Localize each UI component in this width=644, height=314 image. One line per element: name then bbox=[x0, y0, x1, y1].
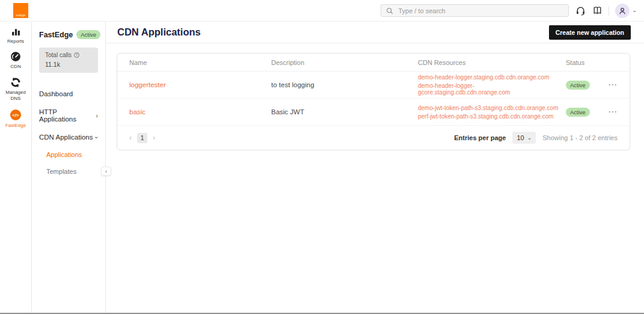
topbar: orange ⌄ bbox=[0, 0, 644, 22]
page-title: CDN Applications bbox=[117, 26, 201, 38]
chevron-down-icon: ⌄ bbox=[527, 135, 532, 141]
page-navigation: ‹ 1 › bbox=[129, 133, 155, 143]
column-header-name: Name bbox=[129, 59, 271, 66]
sidebar-title: FastEdge bbox=[39, 31, 73, 39]
menu-item-label: HTTP Applications bbox=[39, 108, 96, 123]
entries-per-page-value: 10 bbox=[517, 134, 524, 141]
support-headset-icon[interactable] bbox=[575, 5, 586, 16]
sidebar-header: FastEdge Active bbox=[39, 30, 98, 39]
next-page-icon[interactable]: › bbox=[153, 134, 155, 142]
status-badge: Active bbox=[566, 81, 590, 90]
app-window: orange ⌄ bbox=[0, 0, 644, 314]
application-name-link[interactable]: basic bbox=[129, 108, 271, 115]
search-box[interactable] bbox=[381, 4, 569, 17]
cdn-resource-link[interactable]: demo-jwt-token-path-s3.staging.cdb.cdn.o… bbox=[418, 105, 566, 111]
table-row: basic Basic JWT demo-jwt-token-path-s3.s… bbox=[117, 99, 630, 126]
code-circle-icon: </> bbox=[10, 109, 22, 121]
sidebar-item-label: Reports bbox=[7, 38, 24, 45]
chevron-down-icon: › bbox=[94, 137, 100, 139]
application-name-link[interactable]: loggertester bbox=[129, 81, 271, 88]
menu-item-label: CDN Applications bbox=[39, 134, 93, 141]
orange-logo-text: orange bbox=[16, 14, 26, 17]
cdn-resource-link[interactable]: demo-header-logger.staging.cdb.cdn.orang… bbox=[418, 74, 566, 81]
column-header-description: Description bbox=[271, 59, 418, 66]
svg-text:</>: </> bbox=[13, 112, 19, 117]
total-calls-value: 11.1k bbox=[45, 61, 92, 68]
total-calls-card: Total calls ? 11.1k bbox=[39, 48, 98, 73]
cdn-resource-link[interactable]: demo-header-logger-gcore.staging.cdb.cdn… bbox=[418, 82, 566, 96]
applications-table-card: Name Description CDN Resources Status lo… bbox=[117, 53, 630, 150]
sidebar-subitem-templates[interactable]: Templates bbox=[39, 163, 98, 180]
pagination-bar: ‹ 1 › Entries per page 10 ⌄ Showing 1 - … bbox=[117, 126, 630, 150]
sidebar-item-fastedge[interactable]: </> FastEdge bbox=[0, 109, 31, 129]
documentation-book-icon[interactable] bbox=[592, 5, 603, 16]
table-header-row: Name Description CDN Resources Status bbox=[117, 54, 630, 72]
create-new-application-button[interactable]: Create new application bbox=[549, 25, 631, 40]
bar-chart-icon bbox=[11, 26, 21, 37]
pagination-controls: Entries per page 10 ⌄ Showing 1 - 2 of 2… bbox=[454, 132, 618, 144]
cdn-resource-link[interactable]: perf-jwt-token-path-s3.staging.cdb.cdn.o… bbox=[418, 113, 566, 120]
showing-entries-text: Showing 1 - 2 of 2 entries bbox=[542, 134, 618, 141]
row-actions-menu-icon[interactable]: ··· bbox=[609, 81, 618, 88]
sidebar-subitem-applications[interactable]: Applications bbox=[39, 146, 98, 163]
entries-per-page-select[interactable]: 10 ⌄ bbox=[512, 132, 536, 144]
submenu-item-label: Templates bbox=[46, 168, 76, 175]
gauge-icon bbox=[10, 51, 21, 62]
sidebar-item-managed-dns[interactable]: Managed DNS bbox=[0, 77, 31, 102]
help-question-icon[interactable]: ? bbox=[74, 52, 79, 58]
cdn-resources-cell: demo-header-logger.staging.cdb.cdn.orang… bbox=[418, 74, 566, 96]
page-number-button[interactable]: 1 bbox=[137, 133, 147, 143]
topbar-divider bbox=[609, 6, 609, 16]
avatar bbox=[615, 4, 630, 18]
column-header-status: Status bbox=[566, 59, 604, 66]
fastedge-status-badge: Active bbox=[76, 30, 100, 39]
application-description: Basic JWT bbox=[271, 108, 418, 115]
sidebar-item-label: FastEdge bbox=[5, 123, 26, 129]
icon-rail: Reports CDN Managed DNS </> FastEdge bbox=[0, 22, 32, 313]
fastedge-sidebar: FastEdge Active Total calls ? 11.1k Dash… bbox=[32, 22, 106, 313]
menu-item-label: Dashboard bbox=[39, 90, 73, 97]
row-actions-menu-icon[interactable]: ··· bbox=[609, 108, 618, 115]
chevron-right-icon: › bbox=[96, 112, 98, 119]
chevron-left-icon: ‹ bbox=[105, 168, 107, 174]
sidebar-item-label: CDN bbox=[10, 64, 20, 70]
entries-per-page-label: Entries per page bbox=[454, 134, 506, 141]
previous-page-icon[interactable]: ‹ bbox=[129, 134, 132, 142]
sync-arrows-icon bbox=[10, 77, 21, 88]
total-calls-label: Total calls bbox=[45, 52, 72, 58]
column-header-cdn-resources: CDN Resources bbox=[418, 59, 566, 66]
orange-logo[interactable]: orange bbox=[13, 3, 28, 18]
sidebar-item-cdn[interactable]: CDN bbox=[0, 51, 31, 70]
sidebar-item-cdn-applications[interactable]: CDN Applications › bbox=[39, 128, 98, 146]
status-badge: Active bbox=[566, 108, 590, 117]
account-menu[interactable]: ⌄ bbox=[615, 4, 637, 18]
sidebar-collapse-button[interactable]: ‹ bbox=[101, 167, 111, 176]
sidebar-item-label: Managed DNS bbox=[1, 90, 30, 102]
application-description: to test logging bbox=[271, 81, 418, 88]
sidebar-item-http-applications[interactable]: HTTP Applications › bbox=[39, 103, 98, 128]
main-content: CDN Applications Create new application … bbox=[106, 22, 644, 313]
topbar-icons: ⌄ bbox=[575, 4, 637, 18]
chevron-down-icon: ⌄ bbox=[632, 8, 637, 13]
table-row: loggertester to test logging demo-header… bbox=[117, 72, 630, 99]
submenu-item-label: Applications bbox=[46, 151, 82, 158]
page-header: CDN Applications Create new application bbox=[106, 22, 644, 43]
search-input[interactable] bbox=[397, 7, 563, 15]
search-icon bbox=[386, 7, 393, 14]
cdn-resources-cell: demo-jwt-token-path-s3.staging.cdb.cdn.o… bbox=[418, 105, 566, 120]
sidebar-item-reports[interactable]: Reports bbox=[0, 26, 31, 45]
sidebar-item-dashboard[interactable]: Dashboard bbox=[39, 85, 98, 103]
